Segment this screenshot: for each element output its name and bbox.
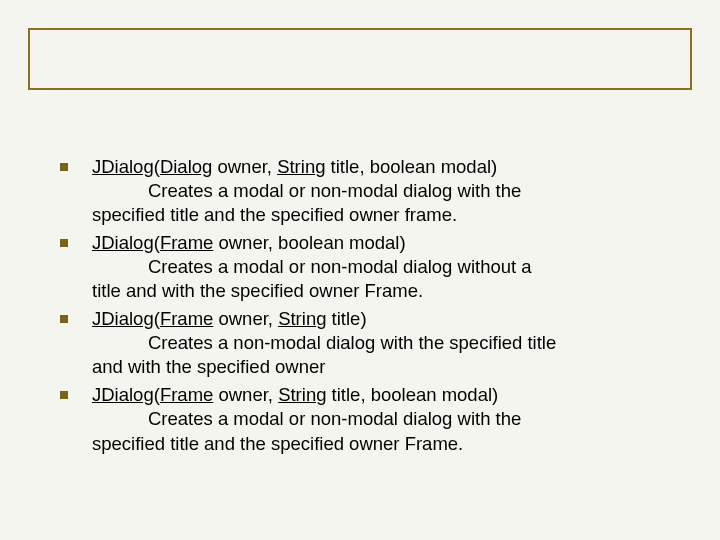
class-link[interactable]: JDialog [92,156,154,177]
sig-text: title) [326,308,366,329]
type-link[interactable]: Frame [160,384,213,405]
desc-line: specified title and the specified owner … [92,432,660,456]
class-link[interactable]: JDialog [92,308,154,329]
type-link[interactable]: String [278,384,326,405]
sig-text: owner, [212,156,277,177]
sig-text: title, boolean modal) [325,156,497,177]
item-text: JDialog(Dialog owner, String title, bool… [92,155,660,227]
title-frame [28,28,692,90]
sig-text: owner, boolean modal) [213,232,405,253]
list-item: JDialog(Frame owner, String title) Creat… [60,307,660,379]
bullet-icon [60,391,68,399]
desc-line: Creates a modal or non-modal dialog with… [148,256,532,277]
desc-line: specified title and the specified owner … [92,203,660,227]
list-item: JDialog(Frame owner, String title, boole… [60,383,660,455]
type-link[interactable]: String [278,308,326,329]
list-item: JDialog(Dialog owner, String title, bool… [60,155,660,227]
item-text: JDialog(Frame owner, boolean modal) Crea… [92,231,660,303]
bullet-icon [60,239,68,247]
desc-line: Creates a modal or non-modal dialog with… [148,180,521,201]
list-item: JDialog(Frame owner, boolean modal) Crea… [60,231,660,303]
item-text: JDialog(Frame owner, String title) Creat… [92,307,660,379]
content-list: JDialog(Dialog owner, String title, bool… [60,155,660,460]
item-text: JDialog(Frame owner, String title, boole… [92,383,660,455]
desc-line: and with the specified owner [92,355,660,379]
sig-text: title, boolean modal) [326,384,498,405]
bullet-icon [60,315,68,323]
type-link[interactable]: String [277,156,325,177]
bullet-icon [60,163,68,171]
class-link[interactable]: JDialog [92,384,154,405]
desc-line: Creates a modal or non-modal dialog with… [148,408,521,429]
type-link[interactable]: Frame [160,232,213,253]
sig-text: owner, [213,384,278,405]
type-link[interactable]: Dialog [160,156,212,177]
sig-text: owner, [213,308,278,329]
desc-line: title and with the specified owner Frame… [92,279,660,303]
type-link[interactable]: Frame [160,308,213,329]
desc-line: Creates a non-modal dialog with the spec… [148,332,556,353]
class-link[interactable]: JDialog [92,232,154,253]
